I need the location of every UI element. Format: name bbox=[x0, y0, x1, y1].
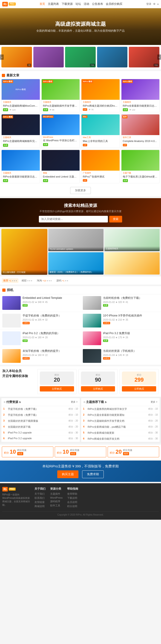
tcl-right-item-3[interactable]: 3 RiPro主题辅助插件开发手册文档 积分：20 bbox=[81, 418, 159, 424]
card-5[interactable]: RiPro·教程 主题相关 RiPro主题辅助商城购物车完善家装... 免费 bbox=[2, 114, 40, 148]
slider-item-4[interactable] bbox=[97, 47, 128, 68]
footer-link-1-1[interactable]: 关于我们 bbox=[35, 492, 46, 496]
slider-item-5[interactable]: +11 bbox=[129, 47, 159, 68]
footer-link-2-3[interactable]: 源码程序 bbox=[50, 500, 62, 503]
footer-link-2-1[interactable]: 主题插件 bbox=[50, 492, 62, 496]
slider-item-3[interactable]: +11 bbox=[65, 47, 96, 68]
card-12[interactable]: 主题下载 电子下载站系 [主题GitHub更新]... 免费 bbox=[121, 150, 160, 183]
slider-item-1[interactable]: +3 bbox=[2, 47, 32, 68]
tcl-left-val-6: 积分：30 bbox=[66, 437, 78, 440]
featured-item-4[interactable] bbox=[104, 252, 159, 274]
membership-btn-3[interactable]: 立即购买 bbox=[122, 386, 156, 392]
tcl-left-item-5[interactable]: 5 iPad Pro 3.2 upgrade 积分：30 bbox=[2, 430, 80, 436]
list-thumb-r4 bbox=[83, 349, 101, 363]
tcl-right-item-6[interactable]: 6 RiPro商城全新功能开发文档 积分：30 bbox=[81, 436, 159, 442]
tcl-right-num-2: 2 bbox=[83, 413, 86, 416]
tcl-left-item-1[interactable]: 1 手提字机价格（免费下载） 积分：10 bbox=[2, 406, 80, 412]
card-11[interactable]: 广告插件 RiPro广告插件测试 VIP bbox=[81, 150, 120, 183]
footer-link-1-4[interactable]: 商城说明 bbox=[35, 504, 46, 508]
menu-icon[interactable]: ≡ bbox=[157, 3, 159, 6]
footer-link-3-4[interactable]: 积分说明 bbox=[67, 504, 78, 508]
card-3[interactable]: RiPro·教程 主题相关 RiPro商城主题消积分购买frontswer...… bbox=[81, 79, 120, 112]
card-6[interactable]: WordPress WordPress 在 WordPress 中添加公告栏插件… bbox=[41, 114, 80, 148]
footer-link-1-3[interactable]: 友情链接 bbox=[35, 500, 46, 504]
tcl-right-item-2[interactable]: 2 RiPro主题全新最新功能更新通知 积分：10 bbox=[81, 412, 159, 418]
list-item-r1[interactable]: 当前时机价格（免费积分下载） 2020-01-02 ★ 320 👁 41 免费 bbox=[80, 294, 161, 312]
nav-announce[interactable]: 公告发布 bbox=[92, 2, 103, 6]
cat-tab-recommend[interactable]: 推荐 +1 ● ● ● bbox=[2, 278, 18, 283]
tcl-left-item-6[interactable]: 6 iPad Pro 3.2 upgrade 积分：30 bbox=[2, 436, 80, 442]
main-nav: 首页 主题列表 下载资源 论坛 活动 公告发布 会员积分购买 bbox=[40, 2, 122, 6]
footer-link-2-2[interactable]: WordPress bbox=[50, 496, 62, 499]
membership-btn-1[interactable]: 立即购买 bbox=[40, 386, 74, 392]
card-7[interactable]: Mac Mac工具 Mac上非常好用的工具 VIP bbox=[81, 114, 120, 148]
list-item-l2[interactable]: 手提字机价格（免费的的提升） 2020-01-02 ★ 205 👁 32 20积… bbox=[0, 312, 80, 330]
slider-item-2[interactable] bbox=[33, 47, 64, 68]
card-4[interactable]: RiPro·教程 主题相关 RiPro全新最新功能更新日志下载路由... 免费 … bbox=[121, 79, 160, 112]
cat-tab-excellent[interactable]: 精彩 ● ● ● bbox=[20, 278, 34, 283]
list-item-r3[interactable]: iPad Pro 3.2 免费升级 2020-01-03 ★ 175 👁 26 … bbox=[80, 330, 161, 347]
tcl-left-more[interactable]: 更多 > bbox=[71, 400, 77, 404]
tcl-right-num-4: 4 bbox=[83, 425, 86, 428]
search-banner-button[interactable]: 搜索 bbox=[109, 216, 122, 222]
card-8[interactable]: 软件 软件工具 Complete Anatomy 2019 4.0... VIP bbox=[121, 114, 160, 148]
featured-large[interactable]: 日上偶与偶得；打行销渠 bbox=[2, 229, 47, 275]
footer-link-3-1[interactable]: 使用帮助 bbox=[67, 492, 78, 496]
featured-item-1[interactable]: Try-tor animation updates bbox=[48, 229, 104, 251]
nav-home[interactable]: 首页 bbox=[40, 2, 45, 6]
tcl-right-more[interactable]: 更多 > bbox=[151, 400, 157, 404]
tcl-left-num-4: 4 bbox=[3, 425, 7, 428]
featured-item-3[interactable]: 解析宏（任何）（免费插件之）（免费插件的） bbox=[48, 252, 104, 274]
card-body-9: 主题相关 RiPro全新最新功能更新日志下载... 免费 bbox=[2, 171, 40, 183]
list-title-l1: Embedded and Linked Template bbox=[23, 296, 78, 300]
cat-tab-taotao[interactable]: 淘淘 +13 ● ● ● bbox=[35, 278, 53, 283]
footer-link-3-2[interactable]: 下载说明 bbox=[67, 496, 78, 500]
footer-logo: Ri PRO bbox=[2, 487, 30, 492]
promo-tag-3: 推荐 bbox=[123, 452, 129, 455]
nav-forum[interactable]: 论坛 bbox=[75, 2, 81, 6]
card-label-2: RiPro·教程 bbox=[43, 80, 53, 83]
cat-tab-source[interactable]: 源码 +1 ● ● bbox=[55, 278, 70, 283]
list-item-r2[interactable]: 10个iPhone X手势手机相关插件 2020-01-02 ★ 210 👁 3… bbox=[80, 312, 161, 330]
list-item-l4[interactable]: 未知字机价格（免费的的提升） 2020-01-04 ★ 160 👁 22 30积… bbox=[0, 347, 80, 365]
bottom-banner-btn2[interactable]: 免费求期 bbox=[82, 470, 104, 478]
footer-logo-ri: Ri bbox=[2, 487, 8, 492]
nav-downloads[interactable]: 下载资源 bbox=[62, 2, 73, 6]
list-item-r4[interactable]: 当前好的资源（字机相关） 2020-01-04 ★ 145 👁 18 30积分 bbox=[80, 347, 161, 365]
tcl-right-val-3: 积分：20 bbox=[146, 419, 158, 422]
card-1[interactable]: RiPro·教程 RiPro·教程 主题相关 RiPro主题辅助商城WooCom… bbox=[2, 79, 40, 112]
nav-themes[interactable]: 主题列表 bbox=[48, 2, 59, 6]
bottom-banner-btn1[interactable]: 购买主题 bbox=[57, 470, 78, 478]
slider-arrow-left[interactable]: ‹ bbox=[0, 54, 4, 60]
tcl-right-item-5[interactable]: 5 RiPro全新商城功能更新 积分：30 bbox=[81, 430, 159, 436]
footer-link-1-2[interactable]: 联系我们 bbox=[35, 496, 46, 500]
tcl-left-item-4[interactable]: 4 全国最好的资源下载 积分：20 bbox=[2, 424, 80, 430]
tcl-left-item-3[interactable]: 3 全国最好的资源下载限量版 积分：20 bbox=[2, 418, 80, 424]
list-item-l1[interactable]: Embedded and Linked Template 2020-01-02 … bbox=[0, 294, 80, 312]
tcl-left-text-1: 手提字机价格（免费下载） bbox=[8, 407, 65, 411]
card-thumb-2: RiPro·教程 bbox=[42, 79, 80, 100]
footer-col-1: 关于我们 关于我们 联系我们 友情链接 商城说明 bbox=[35, 487, 46, 509]
tcl-left-item-2[interactable]: 2 手提字机价格（免费下载） 积分：10 bbox=[2, 412, 80, 418]
tcl-right-item-1[interactable]: 1 RiPro主题推荐的商城全部字体文字 积分：10 bbox=[81, 406, 159, 412]
tcl-right-item-4[interactable]: 4 RiPro全新商城功能，psd赠品下载 积分：20 bbox=[81, 424, 159, 430]
featured-item-2[interactable]: 主题推荐相关 bbox=[104, 229, 159, 251]
card-2[interactable]: RiPro·教程 主题相关 RiPro主题辅助插件开发手册文档 免费 👁 98 bbox=[41, 79, 80, 112]
card-title-5: RiPro主题辅助商城购物车完善家装... bbox=[3, 140, 38, 143]
login-link[interactable]: 登录 bbox=[146, 2, 151, 6]
membership-btn-2[interactable]: 立即购买 bbox=[81, 386, 115, 392]
tcl-right-title: ○ 主题推荐下载 s bbox=[84, 400, 107, 404]
search-banner-input[interactable] bbox=[39, 216, 108, 222]
footer-link-3-3[interactable]: 会员说明 bbox=[67, 500, 78, 504]
nav-membership[interactable]: 会员积分购买 bbox=[106, 2, 122, 6]
card-thumb-1: RiPro·教程 RiPro·教程 bbox=[2, 79, 40, 100]
list-item-l3[interactable]: iPad Pro 3.2（免费的的升级） 2020-01-03 ★ 180 👁 … bbox=[0, 330, 80, 347]
slider-arrow-right[interactable]: › bbox=[157, 54, 161, 60]
card-10[interactable]: 模板 Embedded and Linked 主题【免费下载】 免费 bbox=[41, 150, 80, 183]
nav-events[interactable]: 活动 bbox=[84, 2, 89, 6]
two-col-list: ○ 付费资源 s 更多 > 1 手提字机价格（免费下载） 积分：10 2 手提字… bbox=[0, 397, 161, 443]
card-9[interactable]: 主题相关 RiPro全新最新功能更新日志下载... 免费 bbox=[2, 150, 40, 183]
footer-link-2-4[interactable]: 软件工具 bbox=[50, 504, 62, 507]
settings-icon[interactable]: ⚙ bbox=[153, 2, 155, 6]
load-more-button[interactable]: 加载更多 bbox=[70, 187, 91, 194]
